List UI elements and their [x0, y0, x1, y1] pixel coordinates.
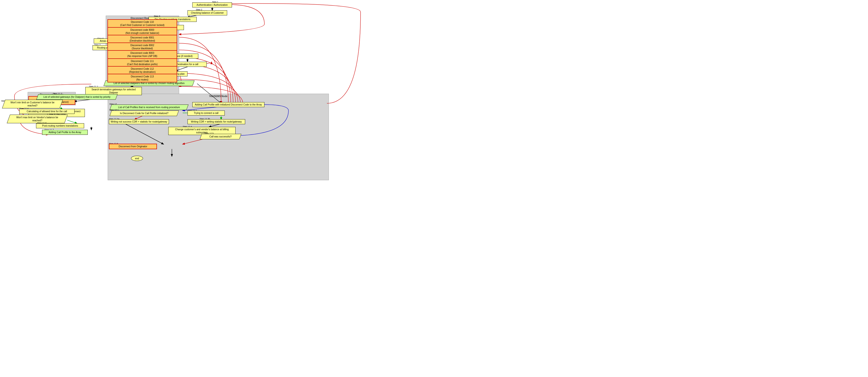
adding-cp-top-node: Adding Call Profile with initialized Dis… — [192, 102, 265, 107]
step12-5-diamond: Call was successful? — [199, 133, 242, 139]
step11-4-node: Calculating of allowed time for the call — [19, 109, 74, 114]
step11-3-diamond: Won't min limit on Customer's balance be… — [2, 101, 62, 107]
dc110-node: Disconnect Code 110(Can't find Customer … — [107, 19, 177, 28]
end-node: end — [131, 156, 143, 161]
dc8003-node: Disconnect code 8003(No response from LN… — [107, 50, 177, 59]
step12-3a-node: Writing not success CDR + statistic for … — [109, 119, 169, 124]
yeti-sems-label: Yeti/SEMS Node — [108, 95, 329, 98]
step2-node: Checking balance of Customer — [187, 10, 227, 15]
step11-5-diamond: Won't max limit on Vendor's balance be r… — [7, 116, 67, 122]
dc8001-node: Disconnect code 8001(Destination blackli… — [107, 35, 177, 43]
step12-3b-node: Writing CDR + writing statistic for rout… — [187, 119, 245, 124]
dc8000a-node: Disconnect code 8000(Not enough customer… — [107, 27, 177, 36]
step12-2-node: Trying to connect a call — [187, 111, 225, 116]
dc113-node: Disconnect Code 113(No routes) — [107, 74, 177, 83]
step11-2-diamond: List of selected gateways (for Dialpeer)… — [36, 94, 118, 100]
step12-diamond: List of Call Profiles that is received f… — [110, 104, 189, 110]
svg-line-15 — [67, 120, 77, 123]
dc111-node: Disconnect Code 111(Can't find destinati… — [107, 58, 177, 67]
step12-1-diamond: Is Disconnect Code for Call Profile init… — [110, 110, 179, 116]
step1-node: Authentication / Authorization — [192, 2, 232, 7]
dc112-node: Disconnect Code 112(Rejected by destinat… — [107, 66, 177, 75]
step11-6-node: Post-routing numbers translations — [36, 123, 84, 128]
step11-7-node: Adding Call Profile to the Array — [42, 130, 88, 135]
step12-6-node: Disconnect from Originator — [109, 144, 157, 149]
dc8002-node: Disconnect code 8002(Source blacklisted) — [107, 42, 177, 51]
